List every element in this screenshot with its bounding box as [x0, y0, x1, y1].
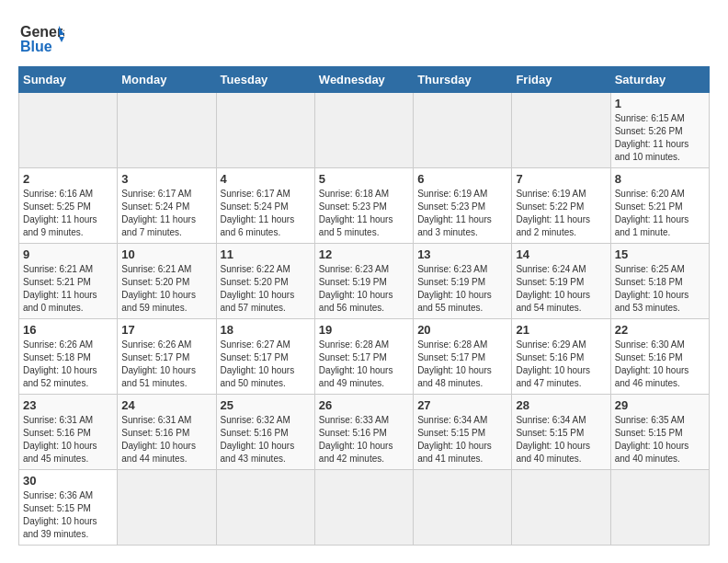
header: General Blue	[18, 18, 710, 57]
day-info: Sunrise: 6:23 AM Sunset: 5:19 PM Dayligh…	[319, 263, 409, 315]
day-number: 19	[319, 323, 409, 337]
day-number: 17	[121, 323, 211, 337]
day-info: Sunrise: 6:35 AM Sunset: 5:15 PM Dayligh…	[615, 414, 705, 465]
day-info: Sunrise: 6:33 AM Sunset: 5:16 PM Dayligh…	[319, 414, 409, 465]
calendar-cell: 6Sunrise: 6:19 AM Sunset: 5:23 PM Daylig…	[414, 168, 512, 244]
day-info: Sunrise: 6:32 AM Sunset: 5:16 PM Dayligh…	[221, 414, 311, 465]
calendar-cell: 8Sunrise: 6:20 AM Sunset: 5:21 PM Daylig…	[610, 168, 709, 244]
day-number: 3	[121, 172, 211, 186]
calendar-cell: 13Sunrise: 6:23 AM Sunset: 5:19 PM Dayli…	[414, 244, 512, 319]
calendar-cell: 25Sunrise: 6:32 AM Sunset: 5:16 PM Dayli…	[216, 395, 314, 470]
day-info: Sunrise: 6:19 AM Sunset: 5:23 PM Dayligh…	[417, 188, 507, 239]
calendar-cell: 15Sunrise: 6:25 AM Sunset: 5:18 PM Dayli…	[610, 244, 709, 319]
calendar-cell: 16Sunrise: 6:26 AM Sunset: 5:18 PM Dayli…	[19, 319, 118, 395]
calendar-cell: 9Sunrise: 6:21 AM Sunset: 5:21 PM Daylig…	[19, 244, 118, 319]
day-number: 2	[23, 172, 113, 186]
calendar-cell	[216, 470, 314, 546]
day-info: Sunrise: 6:17 AM Sunset: 5:24 PM Dayligh…	[121, 188, 211, 239]
day-info: Sunrise: 6:21 AM Sunset: 5:20 PM Dayligh…	[121, 263, 211, 315]
day-number: 6	[417, 172, 507, 186]
day-number: 12	[319, 247, 409, 261]
logo-svg: General Blue	[18, 18, 64, 57]
calendar-cell: 5Sunrise: 6:18 AM Sunset: 5:23 PM Daylig…	[314, 168, 413, 244]
calendar-cell: 26Sunrise: 6:33 AM Sunset: 5:16 PM Dayli…	[314, 395, 413, 470]
day-info: Sunrise: 6:26 AM Sunset: 5:18 PM Dayligh…	[23, 339, 113, 390]
calendar-week-5: 23Sunrise: 6:31 AM Sunset: 5:16 PM Dayli…	[19, 395, 710, 470]
day-header-saturday: Saturday	[610, 67, 709, 93]
day-info: Sunrise: 6:24 AM Sunset: 5:19 PM Dayligh…	[516, 263, 606, 315]
svg-text:General: General	[20, 24, 64, 40]
day-number: 23	[23, 398, 113, 412]
day-info: Sunrise: 6:17 AM Sunset: 5:24 PM Dayligh…	[221, 188, 311, 239]
day-info: Sunrise: 6:25 AM Sunset: 5:18 PM Dayligh…	[615, 263, 705, 315]
calendar-cell	[19, 93, 118, 168]
day-info: Sunrise: 6:34 AM Sunset: 5:15 PM Dayligh…	[417, 414, 507, 465]
day-header-wednesday: Wednesday	[314, 67, 413, 93]
day-info: Sunrise: 6:19 AM Sunset: 5:22 PM Dayligh…	[516, 188, 606, 239]
calendar-cell: 20Sunrise: 6:28 AM Sunset: 5:17 PM Dayli…	[414, 319, 512, 395]
day-number: 5	[319, 172, 409, 186]
svg-marker-3	[59, 37, 64, 42]
days-header-row: SundayMondayTuesdayWednesdayThursdayFrid…	[19, 67, 710, 93]
day-info: Sunrise: 6:36 AM Sunset: 5:15 PM Dayligh…	[23, 489, 113, 541]
calendar-cell: 28Sunrise: 6:34 AM Sunset: 5:15 PM Dayli…	[512, 395, 610, 470]
svg-text:Blue: Blue	[20, 39, 52, 54]
day-number: 16	[23, 323, 113, 337]
day-info: Sunrise: 6:15 AM Sunset: 5:26 PM Dayligh…	[615, 112, 705, 164]
day-header-thursday: Thursday	[414, 67, 512, 93]
calendar-cell	[610, 470, 709, 546]
day-number: 24	[121, 398, 211, 412]
calendar-cell	[414, 470, 512, 546]
day-number: 21	[516, 323, 606, 337]
day-info: Sunrise: 6:31 AM Sunset: 5:16 PM Dayligh…	[121, 414, 211, 465]
day-number: 9	[23, 247, 113, 261]
calendar-cell: 10Sunrise: 6:21 AM Sunset: 5:20 PM Dayli…	[118, 244, 216, 319]
day-number: 15	[615, 247, 705, 261]
day-number: 11	[221, 247, 311, 261]
calendar-cell: 4Sunrise: 6:17 AM Sunset: 5:24 PM Daylig…	[216, 168, 314, 244]
calendar-week-1: 1Sunrise: 6:15 AM Sunset: 5:26 PM Daylig…	[19, 93, 710, 168]
day-number: 13	[417, 247, 507, 261]
day-number: 27	[417, 398, 507, 412]
calendar-cell: 21Sunrise: 6:29 AM Sunset: 5:16 PM Dayli…	[512, 319, 610, 395]
day-number: 8	[615, 172, 705, 186]
calendar-cell	[512, 470, 610, 546]
day-header-friday: Friday	[512, 67, 610, 93]
calendar-table: SundayMondayTuesdayWednesdayThursdayFrid…	[18, 66, 710, 546]
day-header-monday: Monday	[118, 67, 216, 93]
day-number: 4	[221, 172, 311, 186]
calendar-cell: 30Sunrise: 6:36 AM Sunset: 5:15 PM Dayli…	[19, 470, 118, 546]
day-info: Sunrise: 6:16 AM Sunset: 5:25 PM Dayligh…	[23, 188, 113, 239]
day-info: Sunrise: 6:22 AM Sunset: 5:20 PM Dayligh…	[221, 263, 311, 315]
logo: General Blue	[18, 18, 64, 57]
calendar-cell: 14Sunrise: 6:24 AM Sunset: 5:19 PM Dayli…	[512, 244, 610, 319]
calendar-cell	[314, 93, 413, 168]
calendar-cell	[512, 93, 610, 168]
calendar-cell	[118, 470, 216, 546]
calendar-cell	[118, 93, 216, 168]
calendar-cell	[314, 470, 413, 546]
calendar-cell: 22Sunrise: 6:30 AM Sunset: 5:16 PM Dayli…	[610, 319, 709, 395]
calendar-cell: 2Sunrise: 6:16 AM Sunset: 5:25 PM Daylig…	[19, 168, 118, 244]
day-info: Sunrise: 6:28 AM Sunset: 5:17 PM Dayligh…	[417, 339, 507, 390]
calendar-cell: 29Sunrise: 6:35 AM Sunset: 5:15 PM Dayli…	[610, 395, 709, 470]
calendar-week-2: 2Sunrise: 6:16 AM Sunset: 5:25 PM Daylig…	[19, 168, 710, 244]
calendar-cell: 1Sunrise: 6:15 AM Sunset: 5:26 PM Daylig…	[610, 93, 709, 168]
day-number: 10	[121, 247, 211, 261]
day-info: Sunrise: 6:23 AM Sunset: 5:19 PM Dayligh…	[417, 263, 507, 315]
calendar-cell: 27Sunrise: 6:34 AM Sunset: 5:15 PM Dayli…	[414, 395, 512, 470]
day-number: 30	[23, 474, 113, 488]
day-number: 22	[615, 323, 705, 337]
day-number: 20	[417, 323, 507, 337]
day-info: Sunrise: 6:29 AM Sunset: 5:16 PM Dayligh…	[516, 339, 606, 390]
day-number: 28	[516, 398, 606, 412]
day-info: Sunrise: 6:28 AM Sunset: 5:17 PM Dayligh…	[319, 339, 409, 390]
day-number: 7	[516, 172, 606, 186]
calendar-cell: 11Sunrise: 6:22 AM Sunset: 5:20 PM Dayli…	[216, 244, 314, 319]
day-info: Sunrise: 6:21 AM Sunset: 5:21 PM Dayligh…	[23, 263, 113, 315]
calendar-cell: 24Sunrise: 6:31 AM Sunset: 5:16 PM Dayli…	[118, 395, 216, 470]
calendar-cell	[216, 93, 314, 168]
calendar-cell: 12Sunrise: 6:23 AM Sunset: 5:19 PM Dayli…	[314, 244, 413, 319]
day-header-sunday: Sunday	[19, 67, 118, 93]
day-info: Sunrise: 6:26 AM Sunset: 5:17 PM Dayligh…	[121, 339, 211, 390]
